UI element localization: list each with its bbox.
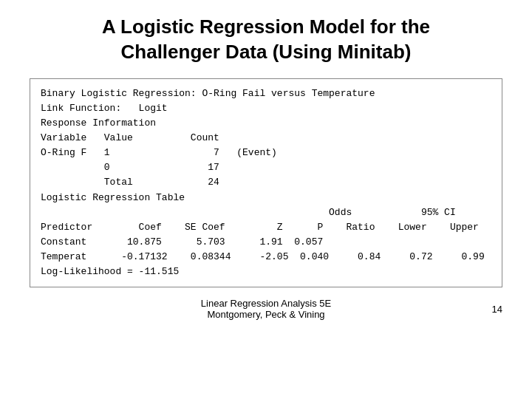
footer-center-line1: Linear Regression Analysis 5E <box>52 298 480 309</box>
page-number: 14 <box>480 304 502 315</box>
odds-header-line: Odds 95% CI <box>41 205 491 220</box>
data-row3: Total 24 <box>41 175 491 190</box>
variable-header-line: Variable Value Count <box>41 131 491 146</box>
log-likelihood-line: Log-Likelihood = -11.515 <box>41 265 491 279</box>
footer: Linear Regression Analysis 5E Montgomery… <box>30 298 502 320</box>
footer-center-line2: Montgomery, Peck & Vining <box>52 309 480 320</box>
title-line2: Challenger Data (Using Minitab) <box>121 41 412 63</box>
logistic-header-line: Logistic Regression Table <box>41 191 491 205</box>
constant-row: Constant 10.875 5.703 1.91 0.057 <box>41 235 491 250</box>
content-box: Binary Logistic Regression: O-Ring Fail … <box>30 78 502 288</box>
data-row1: O-Ring F 1 7 (Event) <box>41 146 491 160</box>
footer-center: Linear Regression Analysis 5E Montgomery… <box>52 298 480 320</box>
response-info-line: Response Information <box>41 116 491 131</box>
page: A Logistic Regression Model for the Chal… <box>0 0 532 399</box>
title-line1: A Logistic Regression Model for the <box>102 16 430 38</box>
header-line: Binary Logistic Regression: O-Ring Fail … <box>41 86 491 101</box>
data-row2: 0 17 <box>41 160 491 175</box>
link-function-line: Link Function: Logit <box>41 101 491 116</box>
temperat-row: Temperat -0.17132 0.08344 -2.05 0.040 0.… <box>41 250 491 265</box>
page-title: A Logistic Regression Model for the Chal… <box>102 15 430 65</box>
predictor-header-line: Predictor Coef SE Coef Z P Ratio Lower U… <box>41 220 491 235</box>
